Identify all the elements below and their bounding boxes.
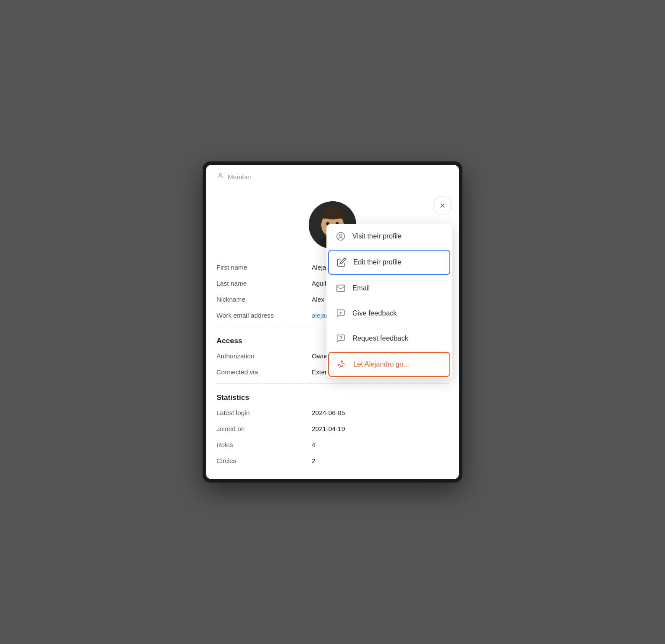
field-value-joined: 2021-04-19: [312, 425, 345, 432]
email-label: Email: [352, 284, 370, 292]
field-row-joined: Joined on 2021-04-19: [216, 421, 449, 437]
let-go-label: Let Alejandro go...: [353, 361, 409, 368]
field-label-nickname: Nickname: [216, 296, 312, 303]
field-label-lastname: Last name: [216, 280, 312, 287]
envelope-icon: [335, 283, 346, 294]
message-question-icon: [335, 333, 346, 344]
statistics-title: Statistics: [216, 387, 449, 405]
field-label-firstname: First name: [216, 264, 312, 271]
menu-item-let-go[interactable]: Let Alejandro go...: [328, 352, 450, 377]
svg-rect-14: [337, 285, 345, 292]
field-row-circles: Circles 2: [216, 453, 449, 469]
close-button[interactable]: [433, 196, 452, 215]
field-value-nickname: Alex: [312, 296, 324, 303]
svg-rect-6: [321, 213, 344, 219]
modal-wrapper: Member: [203, 161, 462, 483]
profile-section: Visit their profile Edit their profile: [206, 189, 459, 256]
field-row-latest-login: Latest login 2024-06-05: [216, 405, 449, 421]
menu-item-visit-profile[interactable]: Visit their profile: [326, 224, 452, 249]
svg-point-0: [219, 173, 222, 176]
field-label-joined: Joined on: [216, 425, 312, 432]
field-label-email: Work email address: [216, 312, 312, 319]
message-plus-icon: [335, 308, 346, 319]
modal: Member: [206, 165, 459, 479]
edit-profile-label: Edit their profile: [353, 258, 401, 266]
field-label-circles: Circles: [216, 457, 312, 464]
menu-item-request-feedback[interactable]: Request feedback: [326, 326, 452, 351]
field-value-circles: 2: [312, 457, 315, 464]
svg-point-13: [339, 234, 342, 237]
divider-statistics: [216, 383, 449, 384]
field-label-authorization: Authorization: [216, 352, 312, 360]
give-feedback-label: Give feedback: [352, 309, 397, 317]
menu-item-give-feedback[interactable]: Give feedback: [326, 301, 452, 326]
field-label-connected: Connected via: [216, 368, 312, 376]
field-label-latest-login: Latest login: [216, 409, 312, 416]
request-feedback-label: Request feedback: [352, 335, 408, 342]
field-row-roles: Roles 4: [216, 437, 449, 453]
svg-point-17: [341, 340, 341, 341]
menu-item-edit-profile[interactable]: Edit their profile: [328, 250, 450, 275]
field-value-latest-login: 2024-06-05: [312, 409, 345, 416]
pencil-icon: [336, 257, 347, 268]
member-label: Member: [228, 173, 252, 180]
field-value-roles: 4: [312, 441, 315, 448]
member-icon: [216, 172, 224, 182]
exit-run-icon: [336, 359, 347, 370]
menu-item-email[interactable]: Email: [326, 276, 452, 301]
dropdown-menu: Visit their profile Edit their profile: [326, 224, 452, 378]
field-label-roles: Roles: [216, 441, 312, 448]
visit-profile-label: Visit their profile: [352, 232, 402, 240]
member-bar: Member: [206, 165, 459, 189]
person-circle-icon: [335, 231, 346, 242]
